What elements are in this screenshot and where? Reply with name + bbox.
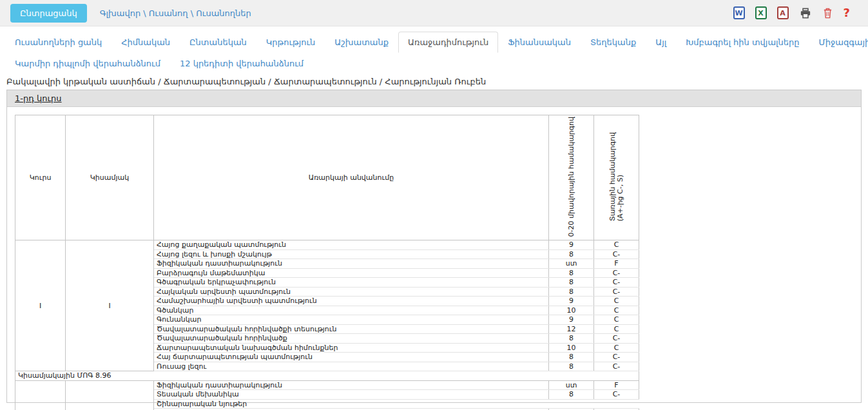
tab-item[interactable]: Տեղեկանք xyxy=(581,32,646,53)
tab-item[interactable]: Աշխատանք xyxy=(325,32,398,53)
semester-gpa-label: Կիսամյակային ՄՈԳ 8.96 xyxy=(15,371,639,381)
export-word-icon[interactable]: W xyxy=(733,6,745,19)
breadcrumb[interactable]: Գլխավոր \ Ուսանող \ Ուսանողներ xyxy=(100,8,251,18)
subject-cell: Ֆիզիկական դաստիարակություն xyxy=(154,259,549,269)
subject-cell: Ծավալատարածական հորինվածքի տեսություն xyxy=(154,324,549,334)
grades-table-body: IIՀայոց քաղաքական պատմություն9CՀայոց լեզ… xyxy=(15,240,639,410)
score-cell: 8 xyxy=(549,334,594,344)
score-cell: 8 xyxy=(549,287,594,297)
top-bar: Ընտրացանկ Գլխավոր \ Ուսանող \ Ուսանողներ… xyxy=(0,0,868,26)
score-cell: 8 xyxy=(549,362,594,371)
tab-item[interactable]: Ընտանեկան xyxy=(180,32,256,53)
subject-cell: Ռուսաց լեզու xyxy=(154,362,549,371)
letter-cell: C- xyxy=(594,353,639,362)
course-cell: I xyxy=(15,240,66,371)
score-cell: ստ xyxy=(549,380,594,390)
tab-item[interactable]: Խմբագրել հին տվյալները xyxy=(676,32,809,53)
export-excel-icon[interactable]: X xyxy=(755,6,767,19)
letter-cell: C xyxy=(594,240,639,250)
letter-cell: C xyxy=(594,297,639,306)
tab-item[interactable]: Առաջադիմություն xyxy=(398,32,498,53)
course-cell xyxy=(15,380,66,410)
score-cell: 8 xyxy=(549,278,594,288)
tab-item[interactable]: Միջազգային վերականգնում xyxy=(809,32,868,53)
tab-row-1: Ուսանողների ցանկՀիմնականԸնտանեկանԿրթությ… xyxy=(5,32,863,53)
subject-cell: Գունանկար xyxy=(154,315,549,325)
tab-item[interactable]: Ուսանողների ցանկ xyxy=(5,32,111,53)
score-cell: 9 xyxy=(549,240,594,250)
subject-cell: Ճարտարապետական նախագծման հիմունքներ xyxy=(154,343,549,353)
column-header-score-20-label: 0-20 միավորային համակարգով xyxy=(568,117,575,237)
toolbar-icons: W X A ? xyxy=(733,6,858,19)
letter-cell: C- xyxy=(594,362,639,371)
menu-button[interactable]: Ընտրացանկ xyxy=(10,4,87,23)
subject-cell: Գծագրական երկրաչափություն xyxy=(154,278,549,288)
score-cell: 8 xyxy=(549,390,594,400)
semester-gpa-row: Կիսամյակային ՄՈԳ 8.96 xyxy=(15,371,639,381)
column-header-semester: Կիսամյակ xyxy=(66,115,154,240)
column-header-letter-grade: Տառային համակարգով(A+-ից C-, S) xyxy=(594,115,639,240)
export-pdf-icon[interactable]: A xyxy=(777,6,789,19)
tab-item[interactable]: 12 կրեդիտի վերահանձնում xyxy=(170,53,313,74)
subject-cell: Տեսական մեխանիկա xyxy=(154,390,549,400)
letter-cell: C xyxy=(594,343,639,353)
delete-icon[interactable] xyxy=(822,7,833,19)
letter-cell: C- xyxy=(594,249,639,259)
score-cell: 8 xyxy=(549,249,594,259)
subject-cell: Համաշխարհային արվեստի պատմություն xyxy=(154,297,549,306)
subject-row: IIՀայոց քաղաքական պատմություն9C xyxy=(15,240,639,250)
letter-cell: C- xyxy=(594,268,639,278)
subject-cell: Շինարարական նյութեր xyxy=(154,399,549,409)
subject-row: Ֆիզիկական դաստիարակությունստF xyxy=(15,380,639,390)
score-cell: 10 xyxy=(549,343,594,353)
letter-cell: C xyxy=(594,306,639,315)
tab-item[interactable]: Կրթություն xyxy=(256,32,325,53)
student-info-line: Բակալավրի կրթական աստիճան / Ճարտարապետու… xyxy=(0,74,868,90)
score-cell: 8 xyxy=(549,353,594,362)
letter-cell: C- xyxy=(594,390,639,400)
subject-cell: Հայոց լեզու և խոսքի մշակույթ xyxy=(154,249,549,259)
grades-table-header-row: Կուրս Կիսամյակ Առարկայի անվանումը 0-20 մ… xyxy=(15,115,639,240)
semester-cell: I xyxy=(66,240,154,371)
column-header-letter-line1: Տառային համակարգով xyxy=(609,132,617,221)
print-icon[interactable] xyxy=(799,7,812,19)
grades-panel: 1-րդ կուրս Կուրս Կիսամյակ Առարկայի անվան… xyxy=(6,90,862,403)
course-section-header: 1-րդ կուրս xyxy=(7,90,861,107)
letter-cell: F xyxy=(594,259,639,269)
tab-row-2: Կարմիր դիպլոմի վերահանձնում12 կրեդիտի վե… xyxy=(5,53,863,74)
course-section-link[interactable]: 1-րդ կուրս xyxy=(15,93,62,103)
tab-item[interactable]: Ֆինանսական xyxy=(498,32,581,53)
tabs-area: Ուսանողների ցանկՀիմնականԸնտանեկանԿրթությ… xyxy=(0,26,868,74)
score-cell: 10 xyxy=(549,306,594,315)
score-cell: 9 xyxy=(549,297,594,306)
score-cell: 12 xyxy=(549,324,594,334)
column-header-subject: Առարկայի անվանումը xyxy=(154,115,549,240)
subject-cell: Հայ ճարտարապետության պատմություն xyxy=(154,353,549,362)
tab-item[interactable]: Հիմնական xyxy=(111,32,180,53)
subject-cell: Գծանկար xyxy=(154,306,549,315)
letter-cell: C xyxy=(594,315,639,325)
subject-cell: Ծավալատարածական հորինվածք xyxy=(154,334,549,344)
subject-cell: Բարձրագույն մաթեմատիկա xyxy=(154,268,549,278)
semester-cell xyxy=(66,380,154,410)
letter-cell: F xyxy=(594,380,639,390)
score-cell: ստ xyxy=(549,259,594,269)
letter-cell: C- xyxy=(594,278,639,288)
column-header-score-20: 0-20 միավորային համակարգով xyxy=(549,115,594,240)
column-header-course: Կուրս xyxy=(15,115,66,240)
letter-cell: C xyxy=(594,324,639,334)
help-icon[interactable]: ? xyxy=(844,7,850,19)
grades-table: Կուրս Կիսամյակ Առարկայի անվանումը 0-20 մ… xyxy=(15,115,639,410)
score-cell: 9 xyxy=(549,315,594,325)
subject-cell: Հայոց քաղաքական պատմություն xyxy=(154,240,549,250)
letter-cell: C- xyxy=(594,334,639,344)
score-cell xyxy=(549,399,594,409)
subject-cell: Հայկական արվեստի պատմություն xyxy=(154,287,549,297)
letter-cell: C- xyxy=(594,287,639,297)
tab-item[interactable]: Այլ xyxy=(646,32,676,53)
score-cell: 8 xyxy=(549,268,594,278)
letter-cell xyxy=(594,399,639,409)
column-header-letter-line2: (A+-ից C-, S) xyxy=(617,175,624,221)
tab-item[interactable]: Կարմիր դիպլոմի վերահանձնում xyxy=(5,53,170,74)
subject-cell: Ֆիզիկական դաստիարակություն xyxy=(154,380,549,390)
